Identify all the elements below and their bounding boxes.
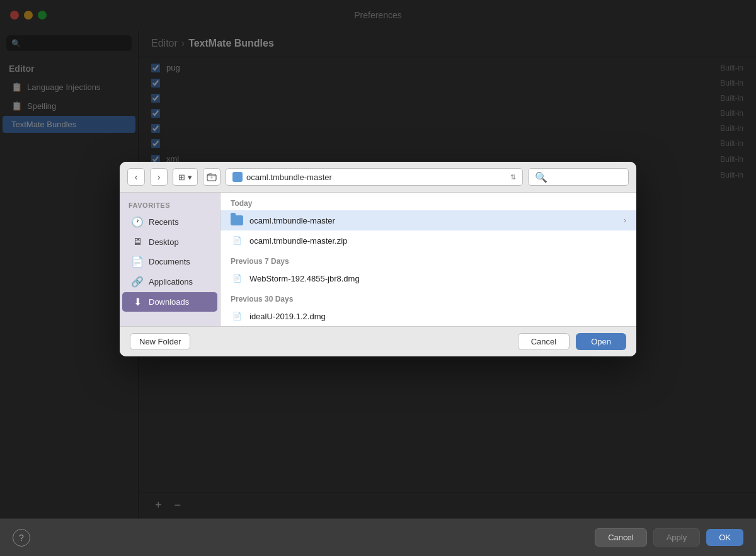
footer: ? Cancel Apply OK xyxy=(0,518,756,556)
location-name: ocaml.tmbundle-master xyxy=(246,173,332,182)
fp-sidebar-applications-label: Applications xyxy=(149,277,193,287)
help-icon: ? xyxy=(19,533,24,543)
back-button[interactable]: ‹ xyxy=(127,168,145,186)
new-folder-button[interactable]: New Folder xyxy=(130,333,190,350)
footer-left: ? xyxy=(13,529,588,547)
svg-text:+: + xyxy=(210,176,213,180)
section-30days: Previous 30 Days xyxy=(220,288,636,306)
file-row-ocaml-folder[interactable]: ocaml.tmbundle-master › xyxy=(220,210,636,230)
location-chevron-icon: ⇅ xyxy=(510,173,516,181)
file-name-idealu: idealU-2019.1.2.dmg xyxy=(249,312,626,321)
file-name-webstorm: WebStorm-192.4855-jbr8.dmg xyxy=(249,274,626,283)
file-picker-sidebar: Favorites 🕐 Recents 🖥 Desktop 📄 Document… xyxy=(120,193,220,326)
help-button[interactable]: ? xyxy=(13,529,30,547)
file-name-ocaml-folder: ocaml.tmbundle-master xyxy=(249,216,617,225)
file-list: Today ocaml.tmbundle-master › 📄 ocaml.tm… xyxy=(220,193,636,326)
file-name-ocaml-zip: ocaml.tmbundle-master.zip xyxy=(249,236,626,246)
fp-sidebar-item-downloads[interactable]: ⬇ Downloads xyxy=(122,292,217,312)
view-chevron: ▾ xyxy=(188,173,192,182)
chevron-right-icon: › xyxy=(624,216,626,225)
fp-sidebar-downloads-label: Downloads xyxy=(149,297,189,307)
file-row-webstorm[interactable]: 📄 WebStorm-192.4855-jbr8.dmg xyxy=(220,268,636,288)
fp-footer-buttons: Cancel Open xyxy=(518,333,626,350)
fp-open-button[interactable]: Open xyxy=(576,333,626,350)
view-icon: ⊞ xyxy=(178,173,185,182)
section-today: Today xyxy=(220,193,636,210)
location-folder-icon xyxy=(232,172,243,182)
fp-sidebar-item-recents[interactable]: 🕐 Recents xyxy=(122,212,217,232)
fp-sidebar-documents-label: Documents xyxy=(149,257,190,266)
recents-icon: 🕐 xyxy=(131,216,144,228)
main-window: Preferences 🔍 Editor 📋 Language Injectio… xyxy=(0,0,756,556)
dmg-file-icon-webstorm: 📄 xyxy=(231,272,243,285)
file-search-box[interactable]: 🔍 xyxy=(528,168,629,186)
file-picker-toolbar: ‹ › ⊞ ▾ + ocaml.tm xyxy=(120,162,636,193)
fp-sidebar-item-applications[interactable]: 🔗 Applications xyxy=(122,272,217,292)
favorites-title: Favorites xyxy=(120,198,220,212)
ok-button[interactable]: OK xyxy=(706,529,743,546)
file-picker-overlay: ‹ › ⊞ ▾ + ocaml.tm xyxy=(0,0,756,518)
fp-sidebar-item-desktop[interactable]: 🖥 Desktop xyxy=(122,232,217,251)
file-picker: ‹ › ⊞ ▾ + ocaml.tm xyxy=(120,162,636,356)
forward-button[interactable]: › xyxy=(150,168,168,186)
cancel-button[interactable]: Cancel xyxy=(595,528,646,547)
location-inner: ocaml.tmbundle-master xyxy=(232,172,332,182)
apply-button[interactable]: Apply xyxy=(653,528,701,547)
file-row-idealu[interactable]: 📄 idealU-2019.1.2.dmg xyxy=(220,306,636,326)
new-folder-icon-button[interactable]: + xyxy=(203,168,220,186)
location-selector[interactable]: ocaml.tmbundle-master ⇅ xyxy=(226,168,523,186)
zip-file-icon: 📄 xyxy=(231,234,243,247)
desktop-icon: 🖥 xyxy=(131,236,144,247)
file-picker-footer: New Folder Cancel Open xyxy=(120,326,636,356)
file-search-icon: 🔍 xyxy=(535,171,547,183)
view-button[interactable]: ⊞ ▾ xyxy=(173,168,198,186)
fp-cancel-button[interactable]: Cancel xyxy=(518,333,570,350)
file-picker-body: Favorites 🕐 Recents 🖥 Desktop 📄 Document… xyxy=(120,193,636,326)
fp-sidebar-recents-label: Recents xyxy=(149,217,179,227)
fp-sidebar-item-documents[interactable]: 📄 Documents xyxy=(122,252,217,271)
applications-icon: 🔗 xyxy=(131,276,144,288)
documents-icon: 📄 xyxy=(131,256,144,268)
file-search-input[interactable] xyxy=(550,173,622,182)
fp-sidebar-desktop-label: Desktop xyxy=(149,237,179,247)
file-row-ocaml-zip[interactable]: 📄 ocaml.tmbundle-master.zip xyxy=(220,230,636,251)
downloads-icon: ⬇ xyxy=(131,296,144,308)
folder-icon xyxy=(231,214,243,227)
section-7days: Previous 7 Days xyxy=(220,251,636,268)
dmg-file-icon-idealu: 📄 xyxy=(231,310,243,322)
